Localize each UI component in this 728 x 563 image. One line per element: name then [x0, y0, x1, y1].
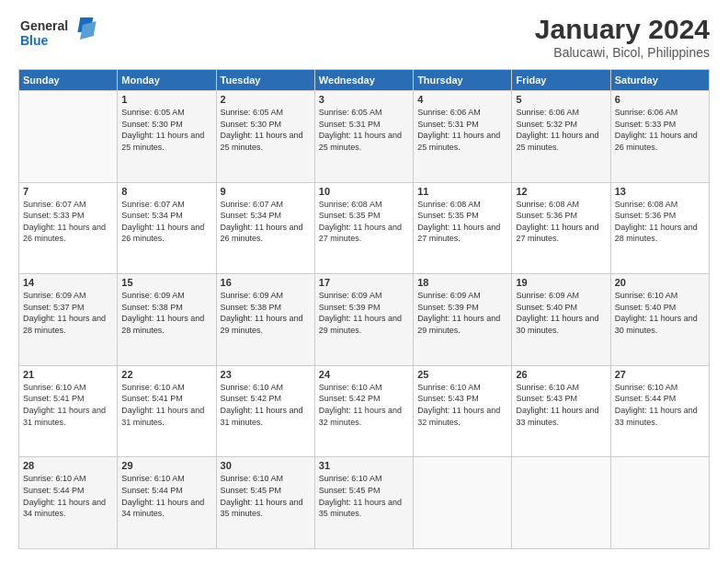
calendar-day-cell: 5Sunrise: 6:06 AMSunset: 5:32 PMDaylight…: [512, 91, 610, 183]
day-info: Sunrise: 6:10 AMSunset: 5:42 PMDaylight:…: [221, 383, 303, 427]
calendar-day-cell: 30Sunrise: 6:10 AMSunset: 5:45 PMDayligh…: [216, 457, 314, 549]
calendar-week-row: 1Sunrise: 6:05 AMSunset: 5:30 PMDaylight…: [19, 91, 710, 183]
calendar-header-row: Sunday Monday Tuesday Wednesday Thursday…: [19, 70, 710, 91]
day-info: Sunrise: 6:10 AMSunset: 5:44 PMDaylight:…: [121, 474, 204, 518]
day-info: Sunrise: 6:10 AMSunset: 5:45 PMDaylight:…: [221, 474, 303, 518]
day-info: Sunrise: 6:07 AMSunset: 5:34 PMDaylight:…: [121, 200, 204, 244]
day-info: Sunrise: 6:10 AMSunset: 5:43 PMDaylight:…: [516, 383, 598, 427]
day-number: 27: [615, 369, 705, 380]
header-saturday: Saturday: [610, 70, 709, 91]
header-thursday: Thursday: [414, 70, 512, 91]
header-wednesday: Wednesday: [314, 70, 413, 91]
calendar-day-cell: [19, 91, 118, 183]
day-number: 21: [23, 369, 113, 380]
day-number: 9: [221, 186, 311, 197]
day-number: 18: [417, 277, 507, 288]
calendar-week-row: 21Sunrise: 6:10 AMSunset: 5:41 PMDayligh…: [19, 365, 710, 457]
day-info: Sunrise: 6:08 AMSunset: 5:36 PMDaylight:…: [615, 200, 698, 244]
calendar-week-row: 14Sunrise: 6:09 AMSunset: 5:37 PMDayligh…: [19, 274, 710, 366]
day-info: Sunrise: 6:10 AMSunset: 5:41 PMDaylight:…: [121, 383, 204, 427]
calendar-week-row: 28Sunrise: 6:10 AMSunset: 5:44 PMDayligh…: [19, 457, 710, 549]
day-info: Sunrise: 6:07 AMSunset: 5:34 PMDaylight:…: [221, 200, 303, 244]
day-number: 1: [121, 94, 211, 105]
calendar-day-cell: 19Sunrise: 6:09 AMSunset: 5:40 PMDayligh…: [512, 274, 610, 366]
calendar-day-cell: [610, 457, 709, 549]
day-info: Sunrise: 6:07 AMSunset: 5:33 PMDaylight:…: [23, 200, 106, 244]
calendar-day-cell: 26Sunrise: 6:10 AMSunset: 5:43 PMDayligh…: [512, 365, 610, 457]
day-info: Sunrise: 6:06 AMSunset: 5:32 PMDaylight:…: [516, 108, 598, 152]
day-number: 22: [121, 369, 211, 380]
calendar-day-cell: 23Sunrise: 6:10 AMSunset: 5:42 PMDayligh…: [216, 365, 314, 457]
day-number: 26: [516, 369, 606, 380]
day-number: 14: [23, 277, 113, 288]
day-info: Sunrise: 6:10 AMSunset: 5:42 PMDaylight:…: [319, 383, 402, 427]
calendar-day-cell: 2Sunrise: 6:05 AMSunset: 5:30 PMDaylight…: [216, 91, 314, 183]
location-subtitle: Balucawi, Bicol, Philippines: [535, 45, 710, 60]
title-block: January 2024 Balucawi, Bicol, Philippine…: [535, 14, 710, 60]
calendar-day-cell: 24Sunrise: 6:10 AMSunset: 5:42 PMDayligh…: [314, 365, 413, 457]
day-number: 8: [121, 186, 211, 197]
calendar-day-cell: 6Sunrise: 6:06 AMSunset: 5:33 PMDaylight…: [610, 91, 709, 183]
day-info: Sunrise: 6:09 AMSunset: 5:39 PMDaylight:…: [319, 291, 402, 335]
day-number: 16: [221, 277, 311, 288]
logo: General Blue: [18, 14, 101, 56]
calendar-day-cell: 27Sunrise: 6:10 AMSunset: 5:44 PMDayligh…: [610, 365, 709, 457]
day-info: Sunrise: 6:09 AMSunset: 5:38 PMDaylight:…: [221, 291, 303, 335]
day-number: 12: [516, 186, 606, 197]
calendar-table: Sunday Monday Tuesday Wednesday Thursday…: [18, 69, 710, 549]
day-number: 28: [23, 460, 113, 471]
calendar-day-cell: 17Sunrise: 6:09 AMSunset: 5:39 PMDayligh…: [314, 274, 413, 366]
calendar-page: General Blue January 2024 Balucawi, Bico…: [0, 0, 728, 563]
day-info: Sunrise: 6:09 AMSunset: 5:37 PMDaylight:…: [23, 291, 106, 335]
header: General Blue January 2024 Balucawi, Bico…: [18, 14, 710, 60]
calendar-day-cell: 13Sunrise: 6:08 AMSunset: 5:36 PMDayligh…: [610, 182, 709, 274]
day-number: 25: [417, 369, 507, 380]
calendar-day-cell: 10Sunrise: 6:08 AMSunset: 5:35 PMDayligh…: [314, 182, 413, 274]
day-number: 10: [319, 186, 409, 197]
calendar-day-cell: 8Sunrise: 6:07 AMSunset: 5:34 PMDaylight…: [118, 182, 216, 274]
day-number: 23: [221, 369, 311, 380]
calendar-day-cell: 3Sunrise: 6:05 AMSunset: 5:31 PMDaylight…: [314, 91, 413, 183]
calendar-day-cell: 12Sunrise: 6:08 AMSunset: 5:36 PMDayligh…: [512, 182, 610, 274]
day-number: 15: [121, 277, 211, 288]
day-info: Sunrise: 6:08 AMSunset: 5:35 PMDaylight:…: [417, 200, 500, 244]
day-number: 5: [516, 94, 606, 105]
day-number: 24: [319, 369, 409, 380]
calendar-day-cell: 7Sunrise: 6:07 AMSunset: 5:33 PMDaylight…: [19, 182, 118, 274]
calendar-day-cell: 9Sunrise: 6:07 AMSunset: 5:34 PMDaylight…: [216, 182, 314, 274]
day-info: Sunrise: 6:05 AMSunset: 5:30 PMDaylight:…: [221, 108, 303, 152]
logo-svg: General Blue: [18, 14, 101, 52]
month-title: January 2024: [535, 14, 710, 45]
day-info: Sunrise: 6:09 AMSunset: 5:38 PMDaylight:…: [121, 291, 204, 335]
calendar-day-cell: 25Sunrise: 6:10 AMSunset: 5:43 PMDayligh…: [414, 365, 512, 457]
day-number: 20: [615, 277, 705, 288]
day-number: 29: [121, 460, 211, 471]
day-info: Sunrise: 6:10 AMSunset: 5:40 PMDaylight:…: [615, 291, 698, 335]
calendar-day-cell: 15Sunrise: 6:09 AMSunset: 5:38 PMDayligh…: [118, 274, 216, 366]
calendar-day-cell: 31Sunrise: 6:10 AMSunset: 5:45 PMDayligh…: [314, 457, 413, 549]
calendar-day-cell: 28Sunrise: 6:10 AMSunset: 5:44 PMDayligh…: [19, 457, 118, 549]
day-number: 30: [221, 460, 311, 471]
day-number: 17: [319, 277, 409, 288]
calendar-day-cell: 16Sunrise: 6:09 AMSunset: 5:38 PMDayligh…: [216, 274, 314, 366]
day-info: Sunrise: 6:06 AMSunset: 5:33 PMDaylight:…: [615, 108, 698, 152]
calendar-day-cell: 18Sunrise: 6:09 AMSunset: 5:39 PMDayligh…: [414, 274, 512, 366]
day-info: Sunrise: 6:09 AMSunset: 5:40 PMDaylight:…: [516, 291, 598, 335]
header-monday: Monday: [118, 70, 216, 91]
day-number: 13: [615, 186, 705, 197]
day-info: Sunrise: 6:08 AMSunset: 5:36 PMDaylight:…: [516, 200, 598, 244]
day-info: Sunrise: 6:10 AMSunset: 5:41 PMDaylight:…: [23, 383, 106, 427]
calendar-day-cell: 29Sunrise: 6:10 AMSunset: 5:44 PMDayligh…: [118, 457, 216, 549]
day-info: Sunrise: 6:09 AMSunset: 5:39 PMDaylight:…: [417, 291, 500, 335]
header-tuesday: Tuesday: [216, 70, 314, 91]
calendar-day-cell: [512, 457, 610, 549]
day-number: 7: [23, 186, 113, 197]
header-friday: Friday: [512, 70, 610, 91]
calendar-day-cell: 22Sunrise: 6:10 AMSunset: 5:41 PMDayligh…: [118, 365, 216, 457]
day-info: Sunrise: 6:10 AMSunset: 5:44 PMDaylight:…: [23, 474, 106, 518]
day-info: Sunrise: 6:05 AMSunset: 5:31 PMDaylight:…: [319, 108, 402, 152]
day-number: 6: [615, 94, 705, 105]
day-info: Sunrise: 6:08 AMSunset: 5:35 PMDaylight:…: [319, 200, 402, 244]
day-number: 31: [319, 460, 409, 471]
day-number: 19: [516, 277, 606, 288]
